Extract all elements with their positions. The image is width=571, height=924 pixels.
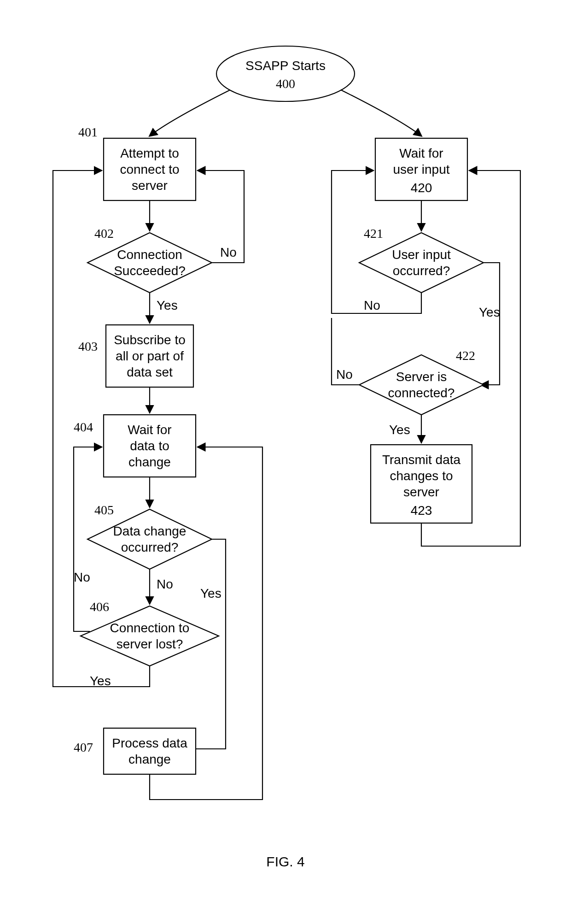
node-407 [104, 728, 196, 774]
node-403-line1: Subscribe to [114, 333, 186, 347]
flowchart: SSAPP Starts 400 Attempt to connect to s… [0, 0, 571, 924]
node-401-line2: connect to [120, 162, 179, 177]
node-402-line1: Connection [117, 247, 182, 262]
edge-421-yes-label: Yes [479, 305, 500, 319]
node-420-line2: user input [393, 162, 450, 177]
node-407-ref: 407 [74, 740, 93, 754]
node-404-ref: 404 [74, 420, 93, 434]
edge-406-yes-label: Yes [90, 674, 111, 688]
edge-405-yes-label: Yes [200, 586, 221, 600]
node-406-ref: 406 [90, 600, 109, 614]
node-421-ref: 421 [364, 226, 383, 241]
edge-421-no-label: No [364, 298, 380, 312]
node-423-ref: 423 [411, 503, 432, 518]
node-422-line1: Server is [396, 370, 447, 384]
node-423-line2: changes to [390, 469, 453, 483]
node-402-line2: Succeeded? [114, 264, 186, 278]
edge-402-yes-label: Yes [157, 298, 178, 312]
node-405-ref: 405 [94, 503, 114, 517]
node-420-ref: 420 [411, 181, 432, 195]
node-401-line3: server [132, 178, 168, 193]
node-start [216, 46, 355, 101]
node-405-line1: Data change [113, 524, 186, 538]
node-421-line2: occurred? [393, 264, 450, 278]
node-422 [359, 355, 484, 415]
node-403-line2: all or part of [116, 349, 184, 363]
node-422-ref: 422 [456, 348, 475, 363]
node-404-line3: change [128, 455, 171, 469]
node-406-line1: Connection to [110, 621, 190, 635]
node-401-ref: 401 [78, 125, 98, 139]
node-420-line1: Wait for [399, 146, 443, 160]
edge-421-yes-to-422 [481, 263, 500, 385]
node-407-line2: change [128, 752, 171, 766]
node-403-line3: data set [127, 365, 173, 379]
node-404-line2: data to [130, 439, 169, 453]
edge-422-no-label: No [336, 367, 353, 382]
node-423-line3: server [403, 485, 439, 499]
node-406-line2: server lost? [117, 637, 183, 651]
node-406 [81, 606, 219, 666]
node-404-line1: Wait for [128, 423, 171, 437]
edge-422-yes-label: Yes [389, 423, 410, 437]
edge-406-no-label: No [74, 570, 90, 584]
node-422-line2: connected? [388, 386, 455, 400]
node-403-ref: 403 [78, 339, 98, 353]
edge-start-to-401 [150, 90, 230, 136]
node-407-line1: Process data [112, 736, 187, 750]
edge-405-no-label: No [157, 577, 173, 591]
node-405 [87, 509, 212, 569]
node-405-line2: occurred? [121, 540, 179, 554]
node-423-line1: Transmit data [382, 453, 461, 467]
node-start-label-line1: SSAPP Starts [245, 59, 326, 73]
edge-start-to-420 [341, 90, 421, 136]
node-421 [359, 233, 484, 293]
figure-caption: FIG. 4 [266, 854, 304, 869]
node-402 [87, 233, 212, 293]
node-421-line1: User input [392, 247, 451, 262]
edge-402-no-label: No [220, 245, 237, 259]
node-402-ref: 402 [94, 226, 114, 241]
node-start-ref: 400 [276, 77, 295, 91]
node-401-line1: Attempt to [120, 146, 179, 160]
